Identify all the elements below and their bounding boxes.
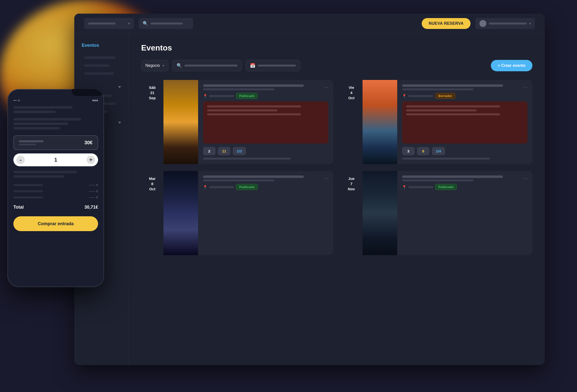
sidebar-chevron-1 xyxy=(118,86,121,88)
event-search[interactable]: 🔍 xyxy=(172,60,242,71)
detail-bar-5 xyxy=(406,109,476,111)
detail-bar-1 xyxy=(207,105,301,107)
nav-user[interactable]: ▾ xyxy=(475,18,535,29)
location-2: 📍 Borrador xyxy=(402,93,528,99)
event-menu-2[interactable]: ··· xyxy=(523,84,528,90)
event-title-1 xyxy=(203,84,322,90)
phone-bar-4 xyxy=(13,123,68,125)
stepper-minus-button[interactable]: - xyxy=(16,156,25,164)
phone-bar-7 xyxy=(13,175,64,178)
sidebar-chevron-2 xyxy=(118,122,121,124)
status-badge-1: Publicado xyxy=(236,93,258,99)
event-date-2: Vie 4 Oct xyxy=(340,80,362,164)
event-date-3: Mar 8 Oct xyxy=(141,171,163,255)
location-4: 📍 Publicado xyxy=(402,184,528,190)
event-menu-1[interactable]: ··· xyxy=(324,84,328,90)
price-bar-xs xyxy=(19,144,36,145)
location-bar-4 xyxy=(408,186,433,188)
status-badge-3: Publicado xyxy=(236,184,258,190)
chevron-down-icon: ▾ xyxy=(128,22,130,26)
detail-bar-4 xyxy=(406,105,500,107)
sidebar-bar-3 xyxy=(84,72,114,75)
detail-bar-6 xyxy=(406,113,500,115)
phone-notch xyxy=(72,89,104,96)
event-card-3: Mar 8 Oct ··· xyxy=(141,171,333,255)
stats-row-1: 2 11 1/3 xyxy=(203,147,328,155)
location-bar-3 xyxy=(209,186,234,188)
detail-bar-2 xyxy=(207,109,277,111)
detail-bar-3 xyxy=(207,113,301,115)
event-header-4: ··· xyxy=(402,175,528,181)
stat-1-3: 1/3 xyxy=(233,147,246,155)
location-1: 📍 Publicado xyxy=(203,93,328,99)
status-badge-4: Publicado xyxy=(435,184,457,190)
page-title: Eventos xyxy=(141,43,532,52)
title-bar-1 xyxy=(203,84,304,87)
event-info-4: ··· 📍 Publicado xyxy=(397,171,532,255)
subtitle-bar-2 xyxy=(402,88,473,90)
stepper-value: 1 xyxy=(51,157,61,163)
price-input-box[interactable]: 30€ xyxy=(13,135,98,150)
phone-bar-3 xyxy=(13,118,81,121)
price-breakdown: —— € —— € —— € xyxy=(13,182,98,200)
title-bar-4 xyxy=(402,175,503,178)
business-chevron-icon: ▾ xyxy=(162,64,164,67)
event-menu-4[interactable]: ··· xyxy=(523,175,528,181)
quantity-stepper[interactable]: - 1 + xyxy=(13,153,98,166)
crear-evento-button[interactable]: + Crear evento xyxy=(491,60,532,71)
location-3: 📍 Publicado xyxy=(203,184,328,190)
sidebar-item-eventos[interactable]: Eventos xyxy=(79,41,124,50)
event-image-3 xyxy=(163,171,198,255)
event-image-1 xyxy=(163,80,198,164)
comprar-entrada-button[interactable]: Comprar entrada xyxy=(13,216,98,231)
filters-row: Negocio ▾ 🔍 📅 + Crear evento xyxy=(141,60,532,71)
event-title-3 xyxy=(203,175,322,181)
nav-user-label xyxy=(489,23,527,25)
nav-search[interactable]: 🔍 xyxy=(139,18,193,29)
event-card-1: Sáb 21 Sep ··· xyxy=(141,80,333,164)
status-badge-2: Borrador xyxy=(435,93,455,99)
phone-bar-2 xyxy=(13,111,56,113)
calendar-icon: 📅 xyxy=(250,63,255,68)
content-area: Eventos Negocio ▾ 🔍 📅 + Crear evento xyxy=(129,33,545,365)
business-dropdown[interactable]: Negocio ▾ xyxy=(141,60,168,71)
event-title-2 xyxy=(402,84,521,90)
nav-dropdown-1-label xyxy=(88,23,115,25)
search-icon: 🔍 xyxy=(143,21,148,26)
battery-icon: ■■■ xyxy=(92,98,98,102)
stat-1-2: 11 xyxy=(218,147,230,155)
total-label: Total xyxy=(13,205,24,210)
stepper-plus-button[interactable]: + xyxy=(87,156,95,164)
phone-bar-6 xyxy=(13,171,77,173)
nav-dropdown-1[interactable]: ▾ xyxy=(84,18,134,29)
event-header-3: ··· xyxy=(203,175,328,181)
event-date-1: Sáb 21 Sep xyxy=(141,80,163,164)
top-nav: ▾ 🔍 NUEVA RESERVA ▾ xyxy=(74,14,545,33)
business-label: Negocio xyxy=(145,63,160,68)
price-row-1: —— € xyxy=(13,183,98,187)
event-title-4 xyxy=(402,175,521,181)
location-icon-1: 📍 xyxy=(203,94,207,98)
date-bar xyxy=(258,65,296,66)
location-bar-1 xyxy=(209,95,234,97)
signal-icon: ▪▪▪ ≋ xyxy=(13,98,20,102)
location-icon-2: 📍 xyxy=(402,94,406,98)
sidebar-bar-1 xyxy=(84,56,116,59)
date-filter[interactable]: 📅 xyxy=(246,60,300,71)
action-bar-1 xyxy=(203,158,291,160)
event-date-4: Jue 7 Nov xyxy=(340,171,362,255)
event-image-2 xyxy=(362,80,397,164)
nueva-reserva-button[interactable]: NUEVA RESERVA xyxy=(422,18,470,29)
total-row: Total 30,71€ xyxy=(13,204,98,211)
phone-bar-1 xyxy=(13,106,72,109)
stat-2-2: 8 xyxy=(417,147,430,155)
subtitle-bar-4 xyxy=(402,179,473,181)
nav-search-bar xyxy=(150,23,183,25)
event-header-1: ··· xyxy=(203,84,328,90)
price-bar-sm xyxy=(19,140,44,142)
price-input-left xyxy=(19,140,44,145)
price-row-bar-1 xyxy=(13,184,43,186)
event-info-2: ··· 📍 Borrador 3 xyxy=(397,80,532,164)
event-menu-3[interactable]: ··· xyxy=(324,175,328,181)
title-bar-2 xyxy=(402,84,503,87)
